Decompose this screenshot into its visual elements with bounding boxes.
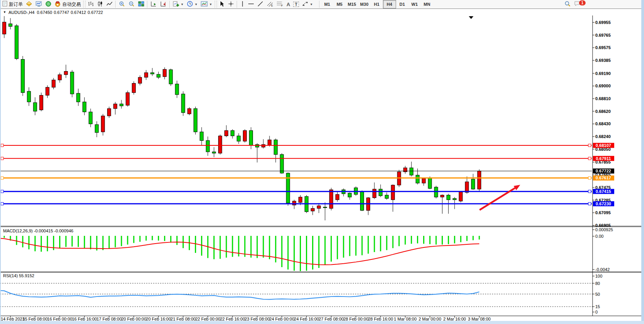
- price-axis-label: 0.68810: [595, 96, 611, 101]
- vertical-line-icon: [240, 1, 245, 8]
- vertical-line-tool-button[interactable]: [239, 0, 246, 8]
- chevron-down-icon: ▼: [195, 3, 198, 6]
- toolbar-grip: [83, 1, 85, 8]
- indicators-button[interactable]: ▼: [171, 0, 185, 8]
- tile-windows-button[interactable]: [137, 0, 146, 8]
- line-handle[interactable]: [1, 202, 3, 205]
- candle: [27, 91, 31, 102]
- svg-text:F: F: [281, 4, 283, 7]
- line-handle[interactable]: [1, 157, 3, 160]
- horizontal-line-icon: [248, 1, 254, 8]
- chart-area[interactable]: 0.699550.697650.695750.693850.691900.690…: [0, 0, 644, 324]
- bar-chart-type-button[interactable]: [86, 0, 96, 8]
- timeframe-m5-button[interactable]: M5: [333, 0, 346, 8]
- search-icon: [564, 1, 571, 8]
- chart-shift-icon: [160, 1, 167, 8]
- line-handle[interactable]: [588, 177, 591, 179]
- rsi-indicator-label: RSI(14) 55.9152: [3, 273, 34, 278]
- candle: [114, 104, 117, 109]
- line-handle[interactable]: [1, 190, 3, 193]
- chart-close-value: 0.67722: [87, 10, 103, 15]
- fibonacci-tool-button[interactable]: F: [275, 0, 285, 8]
- svg-text:E: E: [271, 4, 273, 7]
- candle: [372, 189, 376, 198]
- timeframe-mn-button[interactable]: MN: [421, 0, 433, 8]
- price-badge-label: 0.67722: [596, 169, 611, 173]
- candlestick-chart-type-button[interactable]: [96, 0, 105, 8]
- auto-scroll-button[interactable]: [149, 0, 159, 8]
- chart-open-value: 0.67450: [37, 10, 52, 15]
- candle: [478, 171, 481, 189]
- collapse-chart-icon[interactable]: ▼: [3, 10, 6, 14]
- timeframe-m15-button[interactable]: M15: [346, 0, 358, 8]
- signal-sphere-icon: [45, 1, 51, 8]
- line-handle[interactable]: [1, 144, 3, 147]
- timeframe-d1-button[interactable]: D1: [396, 0, 408, 8]
- channel-tool-button[interactable]: E: [265, 0, 275, 8]
- search-button[interactable]: [563, 0, 572, 8]
- chart-shift-marker[interactable]: [469, 16, 473, 19]
- text-tool-button[interactable]: A: [285, 0, 292, 8]
- chart-shift-button[interactable]: [159, 0, 168, 8]
- candle: [58, 75, 61, 80]
- line-handle[interactable]: [588, 202, 591, 205]
- clock-icon: [187, 1, 193, 8]
- candle: [101, 116, 105, 132]
- timeframe-h4-button[interactable]: H4: [383, 0, 396, 9]
- line-chart-icon: [106, 1, 113, 8]
- notifications-button[interactable]: 1: [572, 0, 587, 8]
- periods-button[interactable]: ▼: [185, 0, 199, 8]
- auto-scroll-icon: [150, 1, 157, 8]
- line-chart-type-button[interactable]: [105, 0, 114, 8]
- candle: [379, 189, 382, 196]
- cursor-tool-button[interactable]: [218, 0, 226, 8]
- line-handle[interactable]: [588, 157, 591, 160]
- line-handle[interactable]: [588, 190, 591, 193]
- market-watch-button[interactable]: [24, 0, 34, 8]
- price-badge-label: 0.67415: [596, 189, 611, 194]
- timeframe-m1-button[interactable]: M1: [321, 0, 333, 8]
- price-axis-label: 0.69765: [595, 33, 611, 38]
- line-handle[interactable]: [588, 144, 591, 147]
- chevron-down-icon: ▼: [310, 3, 313, 6]
- price-axis-label: 0.68430: [595, 121, 611, 126]
- label-tool-icon: T: [293, 2, 299, 7]
- rsi-line: [0, 290, 479, 299]
- templates-button[interactable]: ▼: [199, 0, 214, 8]
- new-order-button[interactable]: 新订单: [1, 0, 24, 8]
- signals-button[interactable]: [44, 0, 53, 8]
- label-tool-button[interactable]: T: [292, 0, 301, 8]
- auto-trading-button[interactable]: 自动交易: [53, 0, 82, 8]
- zoom-in-button[interactable]: [117, 0, 127, 8]
- timeframe-h1-button[interactable]: H1: [371, 0, 383, 8]
- timeframe-w1-button[interactable]: W1: [408, 0, 421, 8]
- candle: [231, 131, 234, 136]
- zoom-out-button[interactable]: [127, 0, 137, 8]
- fibonacci-icon: F: [277, 1, 284, 8]
- new-chart-window-button[interactable]: [34, 0, 44, 8]
- rsi-axis-label: 15: [595, 304, 600, 309]
- arrows-tool-button[interactable]: ▼: [301, 0, 314, 8]
- chart-low-value: 0.67412: [71, 10, 86, 15]
- candle: [108, 109, 111, 116]
- candle: [169, 70, 173, 84]
- candle: [280, 155, 284, 173]
- timeframe-m30-button[interactable]: M30: [358, 0, 371, 8]
- horizontal-line-tool-button[interactable]: [246, 0, 256, 8]
- candle: [39, 95, 43, 110]
- trendline-tool-button[interactable]: [256, 0, 265, 8]
- candle: [175, 84, 179, 95]
- line-handle[interactable]: [1, 177, 3, 179]
- auto-trading-label: 自动交易: [62, 1, 81, 8]
- candle: [77, 93, 80, 102]
- ohlc-bars-icon: [88, 1, 94, 8]
- chart-monitor-icon: [36, 1, 42, 8]
- candle: [237, 136, 241, 141]
- crosshair-tool-button[interactable]: [226, 0, 236, 8]
- window-frame-bottom: [0, 321, 644, 324]
- trend-arrow-head[interactable]: [514, 185, 520, 190]
- cursor-icon: [219, 1, 225, 8]
- chart-title-bar: ▼ AUDUSD-,H4 0.67450 0.67747 0.67412 0.6…: [1, 9, 644, 15]
- crosshair-icon: [228, 1, 234, 8]
- trendline-icon: [257, 1, 263, 8]
